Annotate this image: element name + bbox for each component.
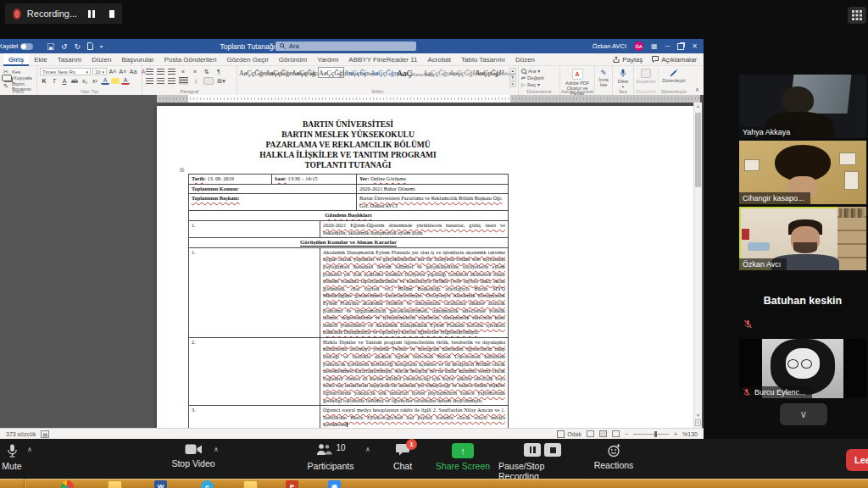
ribbon-display-options-icon[interactable]: ▦	[651, 42, 658, 50]
find-button[interactable]: Ara ▾	[521, 68, 540, 74]
participant-tile-ozkan-active-speaker[interactable]: Özkan Avcı	[739, 207, 866, 270]
redo-button[interactable]: ↻	[75, 42, 81, 51]
participant-tile-cihangir[interactable]: Cihangir kasapo...	[739, 141, 866, 204]
participant-tile-yahya[interactable]: Yahya Akkaya	[739, 75, 866, 138]
subscript-button[interactable]: x₂	[81, 77, 89, 85]
internet-explorer-icon[interactable]: e	[201, 480, 214, 488]
windows-taskbar[interactable]: W e P ◉	[0, 479, 868, 488]
superscript-button[interactable]: x²	[91, 77, 99, 85]
decision3-text-cell[interactable]: Öğrenci sosyal medya hesaplarının takibi…	[320, 406, 509, 428]
style-no-spacing[interactable]: AaÇçĞğe1 Aralık Yok	[265, 68, 292, 77]
line-spacing-button[interactable]: ↕	[192, 77, 200, 85]
zoom-level[interactable]: %130	[682, 431, 698, 437]
multilevel-list-button[interactable]	[168, 69, 175, 75]
stop-video-button[interactable]: Stop Video	[140, 443, 247, 469]
dictate-button[interactable]: Dikte▾	[613, 66, 633, 90]
show-marks-button[interactable]: ¶	[214, 68, 223, 75]
date-cell[interactable]: Tarih: 13. 09. 2019	[189, 175, 272, 185]
next-page-button[interactable]: ⊡	[695, 419, 701, 426]
file-explorer-icon[interactable]	[108, 480, 122, 488]
participants-button[interactable]: 10 Participants	[288, 443, 373, 471]
read-mode-button[interactable]	[587, 430, 594, 437]
tab-tablo-tasarimi[interactable]: Tablo Tasarımı	[456, 53, 510, 66]
tab-tasarim[interactable]: Tasarım	[53, 53, 86, 66]
align-left-button[interactable]	[146, 78, 153, 84]
time-cell[interactable]: Saat: 13:30 – 14:15	[272, 175, 357, 185]
document-page[interactable]: BARTIN ÜNİVERSİTESİ BARTIN MESLEK YÜKSEK…	[157, 106, 700, 428]
shrink-font-button[interactable]: A˅	[119, 68, 127, 75]
comments-button[interactable]: Açıklamalar	[652, 56, 697, 64]
document-icon[interactable]	[87, 42, 93, 50]
tab-basvurular[interactable]: Başvurular	[116, 53, 159, 66]
styles-more-icon[interactable]: ▼	[509, 81, 516, 87]
change-case-button[interactable]: Aa	[129, 68, 137, 75]
grow-font-button[interactable]: A˄	[108, 68, 117, 75]
decision1-text-cell[interactable]: Akademik Danışmanlık Eylem Planında yer …	[320, 247, 509, 337]
zoom-slider-thumb[interactable]	[654, 431, 657, 437]
video-options-icon[interactable]: ∧	[214, 446, 219, 453]
pause-stop-recording-button[interactable]: Pause/Stop Recording	[498, 443, 587, 481]
replace-button[interactable]: ⇄ Değiştir	[521, 75, 544, 80]
web-layout-button[interactable]	[612, 430, 620, 437]
zoom-slider[interactable]	[633, 434, 669, 435]
zoom-in-button[interactable]: +	[674, 431, 677, 437]
topic-value-cell[interactable]: 2020-2021 Bahar Dönemi	[357, 184, 509, 194]
minimize-button[interactable]: ─	[665, 42, 670, 50]
proofing-icon[interactable]: ▤	[41, 430, 49, 438]
numbering-button[interactable]	[157, 69, 164, 75]
agenda-text-cell[interactable]: 2020-2021 Eğitim-Öğretim döneminde yürüt…	[320, 220, 509, 237]
word-count[interactable]: 373 sözcük	[6, 431, 36, 437]
decision1-no-cell[interactable]: 1.	[189, 247, 320, 337]
pause-recording-icon[interactable]	[88, 10, 95, 18]
share-button[interactable]: Paylaş	[613, 56, 643, 64]
select-button[interactable]: ▷ Seç ▾	[521, 81, 540, 87]
tab-posta-gonderileri[interactable]: Posta Gönderileri	[159, 53, 222, 66]
request-signature-button[interactable]: ✎ İmza İste	[595, 66, 612, 87]
close-button[interactable]: ✕	[692, 42, 698, 50]
share-screen-button[interactable]: ↑ Share Screen	[428, 443, 498, 471]
mute-options-icon[interactable]: ∧	[27, 446, 32, 453]
print-layout-button[interactable]	[599, 430, 607, 437]
place-cell[interactable]: Yer: Online Görüşme	[357, 175, 509, 185]
participants-options-icon[interactable]: ∧	[365, 446, 370, 453]
chat-button[interactable]: 1 Chat	[380, 443, 426, 471]
save-icon[interactable]	[47, 43, 54, 50]
scroll-up-icon[interactable]: ▲	[694, 103, 702, 108]
sort-button[interactable]: ⇅	[203, 68, 211, 75]
tab-giris[interactable]: Giriş	[3, 53, 29, 66]
italic-button[interactable]: T	[50, 77, 58, 85]
user-avatar[interactable]: ÖA	[634, 42, 643, 51]
participant-tile-burcu[interactable]: Burcu Eylenc...	[739, 339, 866, 398]
chrome-icon[interactable]	[61, 480, 74, 488]
focus-mode-button[interactable]: Odak	[557, 430, 581, 438]
powerpoint-icon[interactable]: P	[286, 480, 298, 488]
tab-gorunum[interactable]: Görünüm	[274, 53, 312, 66]
participants-scroll-down-button[interactable]: ∨	[780, 403, 827, 425]
folder-icon[interactable]	[243, 480, 258, 488]
decisions-header-cell[interactable]: Görüşülen Konular ve Alınan Kararlar	[189, 238, 509, 248]
reactions-button[interactable]: Reactions	[589, 443, 638, 470]
bold-button[interactable]: K	[40, 77, 48, 85]
chair-value-cell[interactable]: Bartın Üniversitesi Pazarlama ve Reklamc…	[357, 194, 509, 211]
scrollbar-thumb[interactable]	[695, 113, 701, 187]
topic-label-cell[interactable]: Toplantının Konusu:	[189, 184, 357, 194]
undo-button[interactable]: ↺	[61, 42, 68, 51]
styles-scroll-up-icon[interactable]: ▲	[509, 68, 516, 74]
tab-abbyy-finereader[interactable]: ABBYY FineReader 11	[343, 53, 422, 66]
zoom-app-icon[interactable]: ◉	[328, 480, 341, 488]
tab-yardim[interactable]: Yardım	[312, 53, 343, 66]
style-normal[interactable]: AaÇçĞğe1 Normal	[239, 68, 265, 77]
copy-button[interactable]: Kopyala	[2, 75, 32, 81]
zoom-out-button[interactable]: −	[625, 431, 628, 437]
style-title[interactable]: AaÇKonu Başlı...	[397, 68, 423, 77]
tab-duzen-tablo[interactable]: Düzen	[510, 53, 540, 66]
restore-button[interactable]	[677, 43, 684, 50]
editor-button[interactable]: Düzenleyici	[659, 66, 689, 83]
tab-ekle[interactable]: Ekle	[29, 53, 53, 66]
stop-recording-icon[interactable]	[544, 443, 561, 457]
tab-gozden-gecir[interactable]: Gözden Geçir	[221, 53, 273, 66]
collapse-ribbon-icon[interactable]: ∧	[695, 86, 699, 93]
word-icon[interactable]: W	[154, 480, 167, 488]
chair-label-cell[interactable]: Toplantının Başkanı:	[189, 194, 357, 211]
styles-scroll-down-icon[interactable]: ▼	[509, 75, 516, 80]
